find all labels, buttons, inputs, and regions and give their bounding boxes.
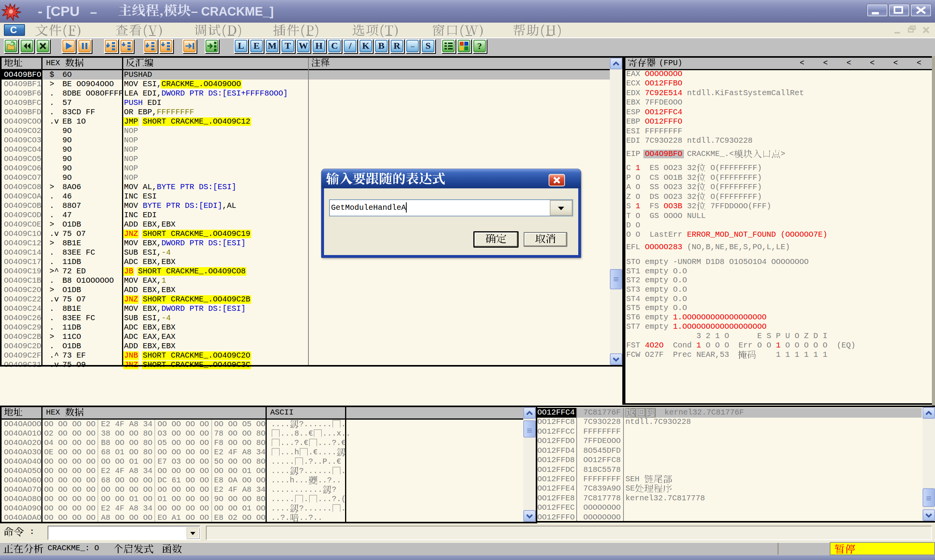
- svg-text:?: ?: [477, 41, 482, 51]
